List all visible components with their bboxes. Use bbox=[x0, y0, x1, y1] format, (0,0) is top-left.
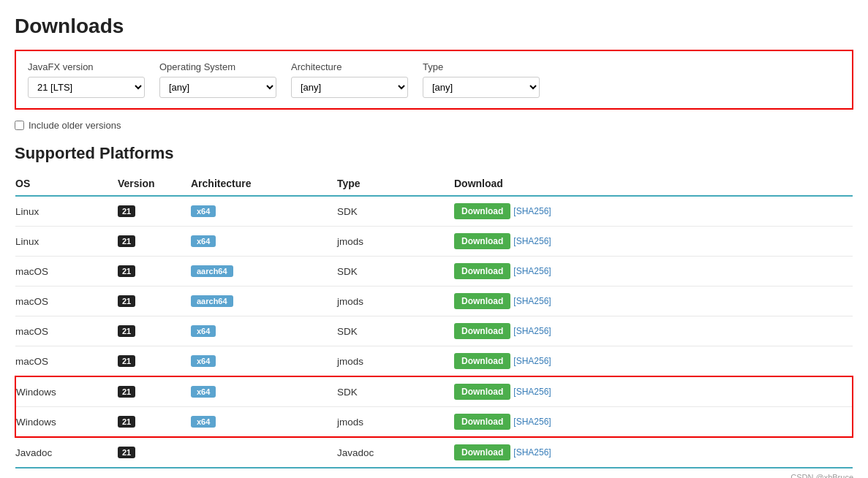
cell-download: Download[SHA256] bbox=[454, 376, 853, 407]
download-button[interactable]: Download bbox=[454, 323, 510, 339]
sha256-link[interactable]: [SHA256] bbox=[513, 447, 551, 458]
table-row: macOS21x64SDKDownload[SHA256] bbox=[15, 316, 853, 346]
version-badge: 21 bbox=[118, 447, 135, 458]
sha256-link[interactable]: [SHA256] bbox=[513, 356, 551, 366]
cell-arch: x64 bbox=[191, 346, 337, 377]
sha256-link[interactable]: [SHA256] bbox=[513, 417, 551, 427]
cell-arch: x64 bbox=[191, 407, 337, 438]
download-button[interactable]: Download bbox=[454, 203, 510, 219]
sha256-link[interactable]: [SHA256] bbox=[513, 266, 551, 276]
arch-badge: aarch64 bbox=[191, 265, 233, 277]
os-name: macOS bbox=[15, 326, 48, 337]
arch-label: Architecture bbox=[291, 61, 408, 72]
os-name: Linux bbox=[15, 206, 39, 217]
os-name: macOS bbox=[15, 356, 48, 367]
cell-download: Download[SHA256] bbox=[454, 287, 853, 316]
header-type: Type bbox=[337, 172, 454, 196]
version-badge: 21 bbox=[118, 235, 135, 247]
os-name: Windows bbox=[16, 417, 56, 428]
cell-arch: aarch64 bbox=[191, 257, 337, 287]
cell-version: 21 bbox=[118, 287, 191, 316]
table-row: macOS21aarch64SDKDownload[SHA256] bbox=[15, 257, 853, 287]
cell-version: 21 bbox=[118, 257, 191, 287]
version-badge: 21 bbox=[118, 295, 135, 307]
sha256-link[interactable]: [SHA256] bbox=[513, 387, 551, 397]
arch-select[interactable]: [any]x64aarch64x86 bbox=[291, 77, 408, 98]
cell-os: macOS bbox=[15, 257, 118, 287]
cell-download: Download[SHA256] bbox=[454, 257, 853, 287]
os-label: Operating System bbox=[159, 61, 276, 72]
download-button[interactable]: Download bbox=[454, 384, 510, 400]
cell-download: Download[SHA256] bbox=[454, 437, 853, 468]
cell-os: macOS bbox=[15, 316, 118, 346]
cell-type: jmods bbox=[337, 346, 454, 377]
cell-arch: x64 bbox=[191, 196, 337, 227]
cell-version: 21 bbox=[118, 196, 191, 227]
header-os: OS bbox=[15, 172, 118, 196]
type-select[interactable]: [any]SDKjmodsJavadoc bbox=[423, 77, 540, 98]
table-row: Windows21x64SDKDownload[SHA256] bbox=[15, 376, 853, 407]
arch-badge: x64 bbox=[191, 235, 216, 247]
cell-type: SDK bbox=[337, 376, 454, 407]
arch-filter-group: Architecture [any]x64aarch64x86 bbox=[291, 61, 408, 98]
download-button[interactable]: Download bbox=[454, 263, 510, 279]
table-row: macOS21aarch64jmodsDownload[SHA256] bbox=[15, 287, 853, 316]
cell-version: 21 bbox=[118, 437, 191, 468]
cell-download: Download[SHA256] bbox=[454, 407, 853, 438]
header-download: Download bbox=[454, 172, 853, 196]
include-older-row: Include older versions bbox=[15, 120, 853, 131]
cell-download: Download[SHA256] bbox=[454, 346, 853, 377]
type-filter-group: Type [any]SDKjmodsJavadoc bbox=[423, 61, 540, 98]
cell-os: macOS bbox=[15, 346, 118, 377]
os-select[interactable]: [any]LinuxmacOSWindows bbox=[159, 77, 276, 98]
table-row: Windows21x64jmodsDownload[SHA256] bbox=[15, 407, 853, 438]
cell-version: 21 bbox=[118, 316, 191, 346]
cell-download: Download[SHA256] bbox=[454, 196, 853, 227]
cell-type: SDK bbox=[337, 316, 454, 346]
table-row: Linux21x64jmodsDownload[SHA256] bbox=[15, 227, 853, 257]
download-button[interactable]: Download bbox=[454, 414, 510, 430]
cell-os: macOS bbox=[15, 287, 118, 316]
download-button[interactable]: Download bbox=[454, 353, 510, 369]
download-button[interactable]: Download bbox=[454, 444, 510, 460]
arch-badge: x64 bbox=[191, 325, 216, 337]
arch-badge: x64 bbox=[191, 205, 216, 217]
table-row: Linux21x64SDKDownload[SHA256] bbox=[15, 196, 853, 227]
table-row: macOS21x64jmodsDownload[SHA256] bbox=[15, 346, 853, 377]
cell-download: Download[SHA256] bbox=[454, 316, 853, 346]
cell-arch: aarch64 bbox=[191, 287, 337, 316]
cell-arch bbox=[191, 437, 337, 468]
javafx-label: JavaFX version bbox=[28, 61, 145, 72]
platforms-table: OS Version Architecture Type Download Li… bbox=[15, 172, 853, 468]
arch-badge: x64 bbox=[191, 386, 216, 398]
sha256-link[interactable]: [SHA256] bbox=[513, 236, 551, 246]
header-version: Version bbox=[118, 172, 191, 196]
cell-type: jmods bbox=[337, 287, 454, 316]
version-badge: 21 bbox=[118, 416, 135, 428]
arch-badge: x64 bbox=[191, 416, 216, 428]
sha256-link[interactable]: [SHA256] bbox=[513, 296, 551, 306]
download-button[interactable]: Download bbox=[454, 293, 510, 309]
watermark: CSDN @xhBruce bbox=[15, 473, 853, 478]
cell-arch: x64 bbox=[191, 227, 337, 257]
cell-os: Windows bbox=[15, 407, 118, 438]
cell-version: 21 bbox=[118, 227, 191, 257]
download-button[interactable]: Download bbox=[454, 233, 510, 249]
javafx-select[interactable]: 21 [LTS]20191817 [LTS] bbox=[28, 77, 145, 98]
table-header-row: OS Version Architecture Type Download bbox=[15, 172, 853, 196]
sha256-link[interactable]: [SHA256] bbox=[513, 206, 551, 216]
os-name: Javadoc bbox=[15, 447, 52, 458]
arch-badge: aarch64 bbox=[191, 295, 233, 307]
cell-os: Windows bbox=[15, 376, 118, 407]
version-badge: 21 bbox=[118, 386, 135, 398]
include-older-label[interactable]: Include older versions bbox=[29, 120, 121, 131]
os-name: Linux bbox=[15, 236, 39, 247]
include-older-checkbox[interactable] bbox=[15, 121, 24, 130]
version-badge: 21 bbox=[118, 325, 135, 337]
table-row: Javadoc21JavadocDownload[SHA256] bbox=[15, 437, 853, 468]
version-badge: 21 bbox=[118, 355, 135, 367]
version-badge: 21 bbox=[118, 265, 135, 277]
cell-arch: x64 bbox=[191, 376, 337, 407]
os-name: macOS bbox=[15, 296, 48, 307]
sha256-link[interactable]: [SHA256] bbox=[513, 326, 551, 336]
